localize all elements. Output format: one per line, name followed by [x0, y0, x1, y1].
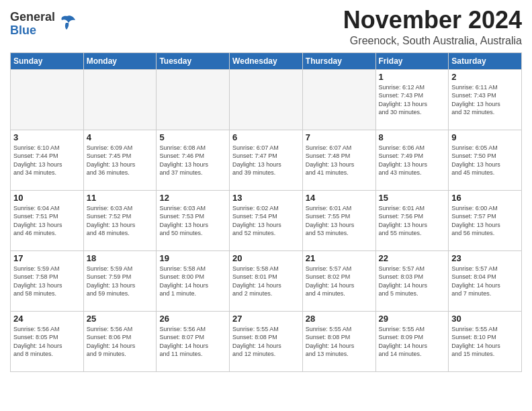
day-number: 15: [379, 193, 446, 203]
day-number: 12: [159, 193, 226, 203]
day-number: 11: [87, 193, 154, 203]
day-info: Sunrise: 6:12 AM Sunset: 7:43 PM Dayligh…: [379, 83, 446, 117]
day-info: Sunrise: 6:03 AM Sunset: 7:53 PM Dayligh…: [159, 204, 226, 238]
day-info: Sunrise: 6:10 AM Sunset: 7:44 PM Dayligh…: [13, 144, 81, 177]
calendar-cell: 22Sunrise: 5:57 AM Sunset: 8:03 PM Dayli…: [375, 250, 449, 311]
day-number: 29: [379, 314, 446, 324]
day-info: Sunrise: 5:56 AM Sunset: 8:05 PM Dayligh…: [13, 325, 81, 359]
calendar-cell: [157, 69, 230, 130]
day-number: 10: [13, 193, 81, 203]
day-info: Sunrise: 5:55 AM Sunset: 8:08 PM Dayligh…: [232, 325, 300, 359]
calendar-table: SundayMondayTuesdayWednesdayThursdayFrid…: [10, 52, 522, 372]
day-number: 22: [379, 253, 446, 263]
day-info: Sunrise: 5:56 AM Sunset: 8:06 PM Dayligh…: [87, 325, 154, 359]
day-info: Sunrise: 6:06 AM Sunset: 7:49 PM Dayligh…: [379, 144, 446, 177]
calendar-cell: 27Sunrise: 5:55 AM Sunset: 8:08 PM Dayli…: [230, 311, 303, 371]
title-area: November 2024 Greenock, South Australia,…: [343, 7, 522, 47]
calendar-cell: 1Sunrise: 6:12 AM Sunset: 7:43 PM Daylig…: [375, 69, 449, 130]
day-number: 20: [232, 253, 300, 263]
calendar-cell: 14Sunrise: 6:01 AM Sunset: 7:55 PM Dayli…: [302, 190, 375, 250]
day-number: 1: [379, 72, 446, 82]
day-number: 19: [159, 253, 226, 263]
day-number: 14: [306, 193, 373, 203]
day-info: Sunrise: 5:55 AM Sunset: 8:09 PM Dayligh…: [379, 325, 446, 359]
calendar-cell: 10Sunrise: 6:04 AM Sunset: 7:51 PM Dayli…: [11, 190, 84, 250]
day-info: Sunrise: 6:02 AM Sunset: 7:54 PM Dayligh…: [232, 204, 300, 238]
header: General Blue November 2024 Greenock, Sou…: [10, 7, 522, 47]
day-info: Sunrise: 6:11 AM Sunset: 7:43 PM Dayligh…: [451, 83, 519, 117]
calendar-cell: [230, 69, 303, 130]
day-info: Sunrise: 6:08 AM Sunset: 7:46 PM Dayligh…: [159, 144, 226, 177]
calendar-cell: 17Sunrise: 5:59 AM Sunset: 7:58 PM Dayli…: [11, 250, 84, 311]
day-info: Sunrise: 5:58 AM Sunset: 8:00 PM Dayligh…: [159, 265, 226, 298]
day-info: Sunrise: 5:57 AM Sunset: 8:04 PM Dayligh…: [451, 265, 519, 298]
day-number: 23: [451, 253, 519, 263]
day-number: 8: [379, 132, 446, 142]
calendar-cell: [302, 69, 375, 130]
day-info: Sunrise: 5:59 AM Sunset: 7:59 PM Dayligh…: [87, 265, 154, 298]
day-info: Sunrise: 6:01 AM Sunset: 7:56 PM Dayligh…: [379, 204, 446, 238]
day-info: Sunrise: 5:56 AM Sunset: 8:07 PM Dayligh…: [159, 325, 226, 359]
logo-bird-icon: [58, 13, 77, 32]
calendar-cell: 2Sunrise: 6:11 AM Sunset: 7:43 PM Daylig…: [449, 69, 522, 130]
day-info: Sunrise: 6:03 AM Sunset: 7:52 PM Dayligh…: [87, 204, 154, 238]
calendar-week-4: 24Sunrise: 5:56 AM Sunset: 8:05 PM Dayli…: [11, 311, 522, 371]
calendar-cell: 13Sunrise: 6:02 AM Sunset: 7:54 PM Dayli…: [230, 190, 303, 250]
calendar-cell: 18Sunrise: 5:59 AM Sunset: 7:59 PM Dayli…: [83, 250, 157, 311]
calendar-cell: 4Sunrise: 6:09 AM Sunset: 7:45 PM Daylig…: [83, 130, 157, 190]
day-info: Sunrise: 6:05 AM Sunset: 7:50 PM Dayligh…: [451, 144, 519, 177]
calendar-cell: 28Sunrise: 5:55 AM Sunset: 8:08 PM Dayli…: [302, 311, 375, 371]
calendar-cell: 8Sunrise: 6:06 AM Sunset: 7:49 PM Daylig…: [375, 130, 449, 190]
day-number: 21: [306, 253, 373, 263]
day-info: Sunrise: 6:04 AM Sunset: 7:51 PM Dayligh…: [13, 204, 81, 238]
calendar-cell: 15Sunrise: 6:01 AM Sunset: 7:56 PM Dayli…: [375, 190, 449, 250]
day-number: 30: [451, 314, 519, 324]
calendar-week-3: 17Sunrise: 5:59 AM Sunset: 7:58 PM Dayli…: [11, 250, 522, 311]
calendar-cell: 25Sunrise: 5:56 AM Sunset: 8:06 PM Dayli…: [83, 311, 157, 371]
day-info: Sunrise: 6:07 AM Sunset: 7:48 PM Dayligh…: [306, 144, 373, 177]
calendar-header-wednesday: Wednesday: [230, 52, 303, 69]
calendar-cell: [83, 69, 157, 130]
calendar-cell: 21Sunrise: 5:57 AM Sunset: 8:02 PM Dayli…: [302, 250, 375, 311]
calendar-cell: 7Sunrise: 6:07 AM Sunset: 7:48 PM Daylig…: [302, 130, 375, 190]
day-info: Sunrise: 5:55 AM Sunset: 8:10 PM Dayligh…: [451, 325, 519, 359]
calendar-cell: 5Sunrise: 6:08 AM Sunset: 7:46 PM Daylig…: [157, 130, 230, 190]
day-number: 25: [87, 314, 154, 324]
day-number: 17: [13, 253, 81, 263]
day-number: 7: [306, 132, 373, 142]
day-number: 5: [159, 132, 226, 142]
calendar-cell: 16Sunrise: 6:00 AM Sunset: 7:57 PM Dayli…: [449, 190, 522, 250]
calendar-cell: 19Sunrise: 5:58 AM Sunset: 8:00 PM Dayli…: [157, 250, 230, 311]
day-info: Sunrise: 6:00 AM Sunset: 7:57 PM Dayligh…: [451, 204, 519, 238]
day-info: Sunrise: 5:58 AM Sunset: 8:01 PM Dayligh…: [232, 265, 300, 298]
calendar-cell: 9Sunrise: 6:05 AM Sunset: 7:50 PM Daylig…: [449, 130, 522, 190]
location-title: Greenock, South Australia, Australia: [343, 35, 522, 47]
calendar-cell: 26Sunrise: 5:56 AM Sunset: 8:07 PM Dayli…: [157, 311, 230, 371]
day-number: 24: [13, 314, 81, 324]
day-info: Sunrise: 5:57 AM Sunset: 8:03 PM Dayligh…: [379, 265, 446, 298]
calendar-header-sunday: Sunday: [11, 52, 84, 69]
calendar-cell: 29Sunrise: 5:55 AM Sunset: 8:09 PM Dayli…: [375, 311, 449, 371]
day-number: 3: [13, 132, 81, 142]
calendar-cell: 24Sunrise: 5:56 AM Sunset: 8:05 PM Dayli…: [11, 311, 84, 371]
day-number: 9: [451, 132, 519, 142]
calendar-cell: 11Sunrise: 6:03 AM Sunset: 7:52 PM Dayli…: [83, 190, 157, 250]
calendar-cell: 30Sunrise: 5:55 AM Sunset: 8:10 PM Dayli…: [449, 311, 522, 371]
calendar-header-friday: Friday: [375, 52, 449, 69]
day-info: Sunrise: 6:07 AM Sunset: 7:47 PM Dayligh…: [232, 144, 300, 177]
day-number: 27: [232, 314, 300, 324]
day-number: 2: [451, 72, 519, 82]
day-number: 26: [159, 314, 226, 324]
calendar-header-saturday: Saturday: [449, 52, 522, 69]
calendar-header-row: SundayMondayTuesdayWednesdayThursdayFrid…: [11, 52, 522, 69]
calendar-header-monday: Monday: [83, 52, 157, 69]
day-info: Sunrise: 5:57 AM Sunset: 8:02 PM Dayligh…: [306, 265, 373, 298]
logo: General Blue: [10, 11, 77, 38]
day-number: 16: [451, 193, 519, 203]
day-number: 18: [87, 253, 154, 263]
day-info: Sunrise: 5:59 AM Sunset: 7:58 PM Dayligh…: [13, 265, 81, 298]
day-info: Sunrise: 6:01 AM Sunset: 7:55 PM Dayligh…: [306, 204, 373, 238]
calendar-cell: 3Sunrise: 6:10 AM Sunset: 7:44 PM Daylig…: [11, 130, 84, 190]
calendar-header-tuesday: Tuesday: [157, 52, 230, 69]
calendar-header-thursday: Thursday: [302, 52, 375, 69]
